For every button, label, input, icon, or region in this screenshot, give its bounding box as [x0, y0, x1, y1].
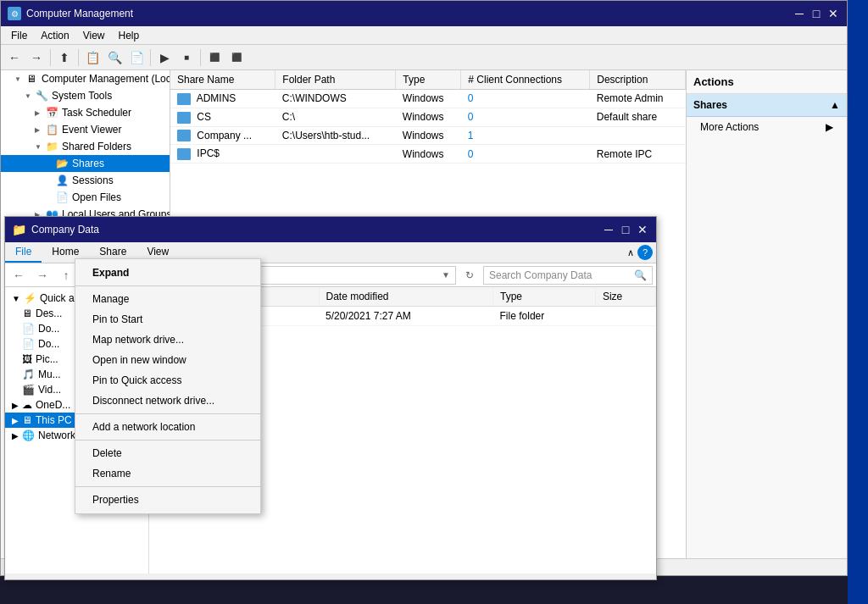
ctx-add-network-label: Add a network location: [92, 421, 195, 433]
toolbar-sep2: [78, 49, 79, 66]
search-icon[interactable]: 🔍: [634, 269, 647, 281]
tree-item-system-tools[interactable]: ▼ 🔧 System Tools: [1, 87, 170, 104]
ctx-rename-label: Rename: [92, 468, 131, 479]
tree-label: Sessions: [72, 175, 114, 186]
cd-minimize-button[interactable]: ─: [602, 223, 615, 236]
ctx-open-new-window[interactable]: Open in new window: [75, 350, 260, 370]
toolbar-back[interactable]: ←: [4, 47, 25, 68]
cm-minimize-button[interactable]: ─: [793, 7, 806, 20]
ctx-map-drive[interactable]: Map network drive...: [75, 330, 260, 350]
scheduler-icon: 📅: [45, 106, 58, 119]
ctx-pin-start[interactable]: Pin to Start: [75, 309, 260, 330]
ctx-expand-label: Expand: [92, 267, 129, 279]
table-row[interactable]: Company ... C:\Users\htb-stud... Windows…: [170, 126, 686, 145]
nav-back-button[interactable]: ←: [8, 266, 29, 285]
search-placeholder: Search Company Data: [489, 269, 592, 281]
tab-file[interactable]: File: [5, 242, 42, 263]
actions-title: Actions: [687, 70, 847, 94]
tree-item-event-viewer[interactable]: ▶ 📋 Event Viewer: [1, 121, 170, 138]
toolbar-doc[interactable]: 📄: [126, 47, 147, 68]
nav-up-button[interactable]: ↑: [56, 266, 76, 285]
ctx-properties[interactable]: Properties: [75, 490, 260, 510]
share-name-cell: ADMINS: [170, 90, 275, 108]
tree-item-shares[interactable]: 📂 Shares: [1, 155, 170, 172]
ctx-disconnect[interactable]: Disconnect network drive...: [75, 391, 260, 411]
menu-view[interactable]: View: [76, 28, 112, 43]
actions-shares-label: Shares: [693, 99, 727, 111]
cd-close-button[interactable]: ✕: [636, 223, 649, 236]
cm-maximize-button[interactable]: □: [810, 7, 823, 20]
cm-window-title: Computer Management: [26, 8, 133, 19]
ribbon-collapse-button[interactable]: ∧: [624, 247, 637, 258]
col-type[interactable]: Type: [493, 287, 596, 307]
col-date-modified[interactable]: Date modified: [319, 287, 493, 307]
toolbar-extra2[interactable]: ⬛: [226, 47, 247, 68]
toolbar-search[interactable]: 🔍: [104, 47, 125, 68]
ctx-open-window-label: Open in new window: [92, 354, 186, 366]
arrow-icon: ▶: [35, 126, 45, 134]
tree-label: Shares: [72, 158, 104, 169]
tree-label: Shared Folders: [62, 141, 131, 152]
ctx-expand[interactable]: Expand: [75, 263, 260, 283]
table-row[interactable]: IPC$ Windows 0 Remote IPC: [170, 145, 686, 163]
tree-item-task-scheduler[interactable]: ▶ 📅 Task Scheduler: [1, 104, 170, 121]
table-row[interactable]: ADMINS C:\WINDOWS Windows 0 Remote Admin: [170, 90, 686, 108]
help-icon[interactable]: ?: [637, 245, 653, 260]
menu-file[interactable]: File: [4, 28, 34, 43]
toolbar-extra1[interactable]: ⬛: [204, 47, 225, 68]
arrow-icon: ▼: [25, 92, 35, 100]
cd-maximize-button[interactable]: □: [619, 223, 632, 236]
col-description[interactable]: Description: [590, 70, 686, 90]
ctx-pin-quick[interactable]: Pin to Quick access: [75, 370, 260, 391]
tree-label: Open Files: [72, 191, 121, 203]
refresh-button[interactable]: ↻: [459, 266, 480, 285]
toolbar-sep3: [150, 49, 151, 66]
tree-item-shared-folders[interactable]: ▼ 📁 Shared Folders: [1, 138, 170, 155]
col-size[interactable]: Size: [595, 287, 655, 307]
toolbar-up[interactable]: ⬆: [54, 47, 75, 68]
address-dropdown[interactable]: ▼: [442, 270, 450, 280]
menu-help[interactable]: Help: [112, 28, 147, 43]
cd-window-controls: ─ □ ✕: [602, 223, 649, 236]
ctx-delete[interactable]: Delete: [75, 443, 260, 463]
ctx-rename[interactable]: Rename: [75, 463, 260, 484]
more-actions-label: More Actions: [700, 121, 759, 133]
files-icon: 📄: [55, 191, 69, 204]
share-name-cell: CS: [170, 108, 275, 126]
toolbar-play[interactable]: ▶: [154, 47, 175, 68]
ctx-delete-label: Delete: [92, 447, 122, 459]
share-name-cell: IPC$: [170, 145, 275, 163]
cm-close-button[interactable]: ✕: [826, 7, 840, 20]
toolbar-forward[interactable]: →: [26, 47, 47, 68]
search-box[interactable]: Search Company Data 🔍: [483, 266, 653, 285]
arrow-right-icon: ▶: [826, 121, 833, 133]
actions-more-actions[interactable]: More Actions ▶: [687, 117, 847, 137]
actions-shares-header[interactable]: Shares ▲: [687, 94, 847, 117]
tree-item-open-files[interactable]: 📄 Open Files: [1, 189, 170, 206]
share-name-cell: Company ...: [170, 126, 275, 145]
col-connections[interactable]: # Client Connections: [461, 70, 590, 90]
cm-actions-pane: Actions Shares ▲ More Actions ▶: [686, 70, 847, 575]
ctx-add-network[interactable]: Add a network location: [75, 417, 260, 437]
cm-titlebar-left: ⚙ Computer Management: [8, 7, 133, 20]
context-menu: Expand Manage Pin to Start Map network d…: [75, 258, 261, 514]
ctx-manage[interactable]: Manage: [75, 289, 260, 309]
toolbar-stop[interactable]: ■: [176, 47, 197, 68]
col-share-name[interactable]: Share Name: [170, 70, 275, 90]
ctx-sep1: [75, 285, 260, 286]
toolbar-show-hide[interactable]: 📋: [82, 47, 103, 68]
tree-item-computer-management[interactable]: ▼ 🖥 Computer Management (Local: [1, 70, 170, 87]
menu-action[interactable]: Action: [34, 28, 75, 43]
col-type[interactable]: Type: [396, 70, 461, 90]
col-folder-path[interactable]: Folder Path: [275, 70, 396, 90]
folder-icon: 📁: [45, 140, 58, 153]
arrow-icon: ▶: [35, 109, 45, 117]
tree-label: Task Scheduler: [62, 107, 131, 119]
tree-item-sessions[interactable]: 👤 Sessions: [1, 172, 170, 189]
dark-sidebar: [848, 0, 868, 604]
cd-window-title: Company Data: [31, 224, 99, 236]
cm-titlebar: ⚙ Computer Management ─ □ ✕: [1, 1, 847, 26]
nav-forward-button[interactable]: →: [32, 266, 53, 285]
cm-menubar: File Action View Help: [1, 26, 847, 45]
table-row[interactable]: CS C:\ Windows 0 Default share: [170, 108, 686, 126]
